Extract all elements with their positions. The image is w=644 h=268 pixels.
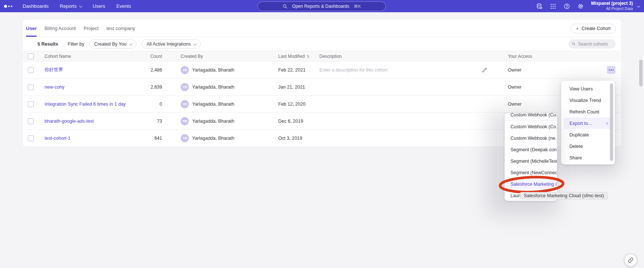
nav-item-events[interactable]: Events (116, 3, 131, 9)
create-cohort-label: Create Cohort (581, 26, 611, 31)
cohort-count: 2,639 (122, 85, 165, 90)
filter-bar: 5 Results Filter by Created By You All A… (23, 37, 621, 51)
cohort-name-link[interactable]: bharath-google-ads-test (45, 119, 94, 124)
menu-item-view-users[interactable]: View Users (561, 83, 615, 95)
chevron-down-icon (637, 4, 640, 7)
select-all-checkbox[interactable] (28, 53, 34, 59)
link-icon (628, 257, 634, 263)
help-icon[interactable] (564, 3, 570, 10)
submenu-item-salesforce-marketing-c[interactable]: Salesforce Marketing C... (507, 178, 555, 190)
description-input[interactable]: Enter a description for this cohort (319, 67, 387, 73)
submenu-item-segment-michelletest[interactable]: Segment (MichelleTest) (505, 155, 557, 167)
nav-right-section: Mixpanel (project 3) All Project Data (536, 0, 644, 12)
row-actions-button[interactable] (607, 66, 615, 74)
cohort-count: 0 (122, 102, 165, 107)
copy-link-button[interactable] (625, 254, 637, 266)
cohort-count: 2,486 (122, 67, 165, 73)
divider (63, 41, 63, 47)
last-modified: Feb 12, 2020 (275, 102, 316, 107)
search-cohorts-input[interactable] (578, 42, 612, 47)
avatar: YB (181, 117, 189, 125)
header-description: Description (316, 54, 497, 59)
header-last-modified[interactable]: Last Modified⇅ (275, 54, 316, 59)
keyboard-shortcut: ⌘K (354, 4, 361, 9)
row-checkbox[interactable] (28, 118, 34, 124)
submenu-arrow-icon: › (606, 120, 608, 126)
menu-scrollbar[interactable] (610, 83, 613, 161)
global-search-placeholder: Open Reports & Dashboards (292, 4, 349, 9)
submenu-item-custom-webhook-cu[interactable]: Custom Webhook (Cu... (505, 113, 557, 121)
submenu-scrollbar[interactable] (639, 60, 643, 86)
menu-item-visualize-trend[interactable]: Visualize Trend (561, 95, 615, 106)
submenu-item-segment-newconnec[interactable]: Segment (NewConnec... (505, 167, 557, 178)
chevron-down-icon (129, 42, 132, 45)
cohort-name-link[interactable]: 你好世界 (45, 67, 63, 72)
cohort-access: Owner (497, 67, 584, 73)
nav-item-users[interactable]: Users (93, 3, 105, 9)
last-modified: Jan 21, 2021 (275, 85, 316, 90)
row-checkbox[interactable] (28, 135, 34, 141)
settings-gear-icon[interactable] (577, 3, 584, 10)
tab-test-company[interactable]: test company (106, 20, 135, 37)
table-row[interactable]: new-cohy 2,639 YB Yarlagadda, Bharath Ja… (23, 79, 621, 96)
global-search-button[interactable]: Open Reports & Dashboards ⌘K (257, 1, 386, 11)
submenu-item-custom-webhook-ne[interactable]: Custom Webhook (ne... (505, 132, 557, 144)
project-switcher[interactable]: Mixpanel (project 3) All Project Data (591, 1, 633, 11)
created-by-name: Yarlagadda, Bharath (192, 102, 234, 107)
cohort-tabs: UserBilling AccountProjecttest company +… (23, 20, 621, 37)
cohort-count: 73 (122, 119, 165, 124)
integration-tooltip: Salesforce Marketing Cloud (sfmc-test) (520, 192, 608, 199)
row-checkbox[interactable] (28, 101, 34, 107)
edit-description-icon[interactable] (482, 67, 487, 73)
cohort-name-link[interactable]: test-cohort-1 (45, 136, 70, 141)
avatar: YB (181, 83, 189, 91)
created-by-name: Yarlagadda, Bharath (192, 119, 234, 124)
avatar: YB (181, 100, 189, 108)
apps-grid-icon[interactable] (550, 3, 556, 10)
top-navigation: DashboardsReportsUsersEvents Open Report… (0, 0, 644, 12)
header-count: Count (122, 54, 165, 59)
data-management-icon[interactable] (536, 3, 543, 10)
row-checkbox[interactable] (28, 67, 34, 73)
table-row[interactable]: Integration Sync Failed 6 times in 1 day… (23, 96, 621, 113)
nav-item-reports[interactable]: Reports (60, 3, 82, 9)
integrations-filter-button[interactable]: All Active Integrations (142, 39, 201, 49)
cohort-name-link[interactable]: new-cohy (45, 85, 65, 90)
menu-item-duplicate[interactable]: Duplicate (561, 129, 615, 140)
mixpanel-logo[interactable] (4, 5, 17, 8)
created-by-filter-label: Created By You (94, 42, 126, 47)
tab-project[interactable]: Project (83, 20, 98, 37)
created-by-filter-button[interactable]: Created By You (89, 39, 137, 49)
cohort-actions-menu: View UsersVisualize TrendRefresh CountEx… (561, 80, 615, 165)
filter-by-label: Filter by (68, 42, 84, 47)
cohort-name-link[interactable]: Integration Sync Failed 6 times in 1 day (45, 102, 126, 107)
project-data-scope: All Project Data (591, 6, 633, 11)
cohort-count: 641 (122, 136, 165, 141)
submenu-item-custom-webhook-co[interactable]: Custom Webhook (Co... (505, 121, 557, 132)
nav-menu: DashboardsReportsUsersEvents (23, 3, 142, 9)
tab-billing-account[interactable]: Billing Account (45, 20, 76, 37)
search-icon (572, 42, 576, 46)
submenu-item-segment-deepak-con[interactable]: Segment (Deepak con... (505, 144, 557, 155)
sort-icon: ⇅ (306, 54, 309, 59)
tab-user[interactable]: User (26, 20, 37, 37)
created-by-name: Yarlagadda, Bharath (192, 85, 234, 90)
last-modified: Oct 3, 2019 (275, 136, 316, 141)
avatar: YB (181, 66, 189, 74)
row-checkbox[interactable] (28, 84, 34, 90)
create-cohort-button[interactable]: + Create Cohort (571, 24, 616, 33)
table-header: Cohort Name Count Created By Last Modifi… (23, 51, 621, 62)
menu-item-share[interactable]: Share (561, 152, 615, 163)
last-modified: Dec 6, 2019 (275, 119, 316, 124)
plus-icon: + (576, 26, 579, 31)
menu-item-export-to[interactable]: Export to...› (564, 118, 612, 129)
chevron-down-icon (79, 4, 82, 7)
results-count: 5 Results (37, 42, 58, 47)
menu-item-delete[interactable]: Delete (561, 140, 615, 152)
table-row[interactable]: 你好世界 2,486 YB Yarlagadda, Bharath Feb 22… (23, 62, 621, 79)
project-name: Mixpanel (project 3) (591, 1, 633, 6)
nav-item-dashboards[interactable]: Dashboards (23, 3, 49, 9)
last-modified: Feb 22, 2021 (275, 67, 316, 73)
search-icon (282, 4, 288, 9)
menu-item-refresh-count[interactable]: Refresh Count (561, 106, 615, 118)
